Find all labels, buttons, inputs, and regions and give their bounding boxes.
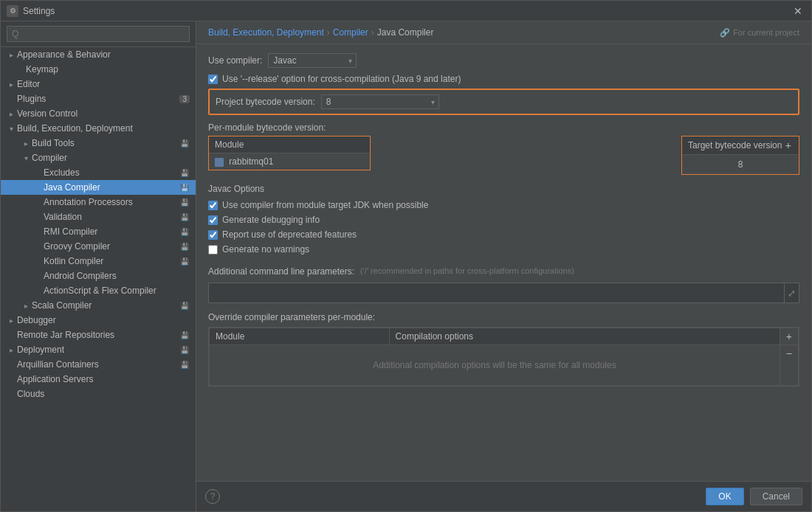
expand-arrow [7,80,16,89]
table-row: rabbitmq01 [209,153,370,170]
additional-params-input[interactable] [208,283,785,303]
use-compiler-row: Use compiler: Javac Eclipse Ajc [208,53,799,68]
additional-params-hint: ('/' recommended in paths for cross-plat… [360,263,574,275]
option-use-module-target-label: Use compiler from module target JDK when… [222,200,428,210]
sidebar-item-label: Kotlin Compiler [44,256,103,266]
per-module-label: Per-module bytecode version: [208,122,799,133]
bytecode-select-wrapper: 8 11 17 [321,94,439,109]
sidebar-item-android-compilers[interactable]: Android Compilers [1,269,196,283]
override-module-header: Module [210,328,390,345]
override-table-header-row: Module Compilation options [210,328,780,345]
cross-compile-checkbox[interactable] [208,75,218,84]
sidebar-item-label: Plugins [17,94,46,104]
sidebar-item-build-tools[interactable]: Build Tools 💾 [1,136,196,151]
override-add-button[interactable]: + [780,328,798,345]
module-cell: rabbitmq01 [209,153,370,170]
project-bytecode-section: Project bytecode version: 8 11 17 [208,89,799,115]
sidebar-item-label: Debugger [17,315,56,325]
breadcrumb-build[interactable]: Build, Execution, Deployment [208,27,324,38]
option-report-deprecated-checkbox[interactable] [208,230,218,240]
sidebar-item-arquillian[interactable]: Arquillian Containers 💾 [1,357,196,372]
sidebar-item-build-execution-deployment[interactable]: Build, Execution, Deployment [1,121,196,136]
sidebar-item-label: ActionScript & Flex Compiler [44,286,156,296]
target-bytecode-header: Target bytecode version + [682,136,799,155]
sidebar-item-validation[interactable]: Validation 💾 [1,210,196,224]
override-table-inner: Module Compilation options Additional co… [209,328,780,386]
option-generate-debug-label: Generate debugging info [222,215,320,225]
sidebar-item-label: Keymap [26,64,58,75]
breadcrumb-current: Java Compiler [377,27,434,38]
sidebar-item-remote-jar[interactable]: Remote Jar Repositories 💾 [1,328,196,342]
sidebar-item-kotlin-compiler[interactable]: Kotlin Compiler 💾 [1,254,196,269]
sidebar-item-label: Build, Execution, Deployment [17,123,133,134]
sidebar-item-label: Android Compilers [44,271,117,281]
additional-params-input-row: ⤢ [208,283,799,303]
override-table-wrapper: Module Compilation options Additional co… [208,327,799,387]
sidebar-item-scala-compiler[interactable]: Scala Compiler 💾 [1,298,196,313]
option-no-warnings-checkbox[interactable] [208,245,218,255]
save-icon: 💾 [179,212,190,222]
expand-arrow [21,139,30,148]
close-button[interactable]: ✕ [791,5,805,17]
sidebar-item-label: Compiler [32,153,67,163]
bottom-bar: ? OK Cancel [196,481,811,511]
sidebar-item-label: Version Control [17,108,78,119]
use-compiler-select[interactable]: Javac Eclipse Ajc [268,53,357,68]
expand-button[interactable]: ⤢ [785,283,799,303]
option-generate-debug: Generate debugging info [208,215,799,225]
project-bytecode-select[interactable]: 8 11 17 [321,94,439,109]
sidebar: Appearance & Behavior Keymap Editor Plug… [1,21,196,511]
sidebar-item-application-servers[interactable]: Application Servers [1,372,196,387]
module-name: rabbitmq01 [229,156,273,167]
cancel-button[interactable]: Cancel [750,488,802,505]
target-add-button[interactable]: + [784,139,793,151]
sidebar-item-label: Excludes [44,167,80,178]
search-input[interactable] [7,26,190,42]
sidebar-item-editor[interactable]: Editor [1,77,196,91]
sidebar-item-label: Annotation Processors [44,197,133,207]
option-use-module-target: Use compiler from module target JDK when… [208,200,799,210]
sidebar-item-clouds[interactable]: Clouds [1,387,196,401]
save-icon: 💾 [179,345,190,355]
sidebar-item-version-control[interactable]: Version Control [1,106,196,121]
sidebar-item-excludes[interactable]: Excludes 💾 [1,165,196,180]
sidebar-item-java-compiler[interactable]: Java Compiler 💾 [1,180,196,195]
use-compiler-select-wrapper: Javac Eclipse Ajc [268,53,357,68]
sidebar-item-actionscript-flex[interactable]: ActionScript & Flex Compiler [1,283,196,298]
help-button[interactable]: ? [205,489,220,504]
module-table-container: Module rabbitmq01 [208,136,371,170]
expand-arrow [7,124,16,133]
override-section: Override compiler parameters per-module:… [208,312,799,387]
plugins-badge: 3 [179,95,190,103]
sidebar-item-label: Validation [44,212,82,222]
for-project-label: 🔗For current project [720,28,799,38]
panel-content: Use compiler: Javac Eclipse Ajc Use '--r… [196,44,811,481]
save-icon: 💾 [179,167,190,178]
per-module-section: Per-module bytecode version: Module [208,122,799,175]
target-bytecode-container: Target bytecode version + 8 [681,136,799,175]
javac-options-section: Javac Options Use compiler from module t… [208,184,799,255]
sidebar-item-groovy-compiler[interactable]: Groovy Compiler 💾 [1,239,196,254]
sidebar-item-keymap[interactable]: Keymap [1,62,196,77]
sidebar-item-debugger[interactable]: Debugger [1,313,196,328]
sidebar-item-label: RMI Compiler [44,226,97,237]
save-icon: 💾 [179,182,190,193]
sidebar-item-label: Remote Jar Repositories [17,330,114,340]
sidebar-item-annotation-processors[interactable]: Annotation Processors 💾 [1,195,196,210]
breadcrumb-compiler[interactable]: Compiler [333,27,368,38]
sidebar-item-plugins[interactable]: Plugins 3 [1,91,196,106]
sidebar-item-rmi-compiler[interactable]: RMI Compiler 💾 [1,224,196,239]
ok-button[interactable]: OK [706,488,743,505]
additional-params-section: Additional command line parameters: ('/'… [208,263,799,303]
option-report-deprecated: Report use of deprecated features [208,229,799,240]
sidebar-item-deployment[interactable]: Deployment 💾 [1,342,196,357]
sidebar-item-compiler[interactable]: Compiler [1,151,196,165]
option-generate-debug-checkbox[interactable] [208,215,218,225]
sidebar-item-label: Scala Compiler [32,300,92,311]
sidebar-item-label: Build Tools [32,138,75,148]
sidebar-item-appearance-behavior[interactable]: Appearance & Behavior [1,47,196,62]
javac-options-title: Javac Options [208,184,799,194]
option-use-module-target-checkbox[interactable] [208,201,218,210]
override-remove-button[interactable]: − [780,345,798,361]
option-no-warnings: Generate no warnings [208,244,799,255]
